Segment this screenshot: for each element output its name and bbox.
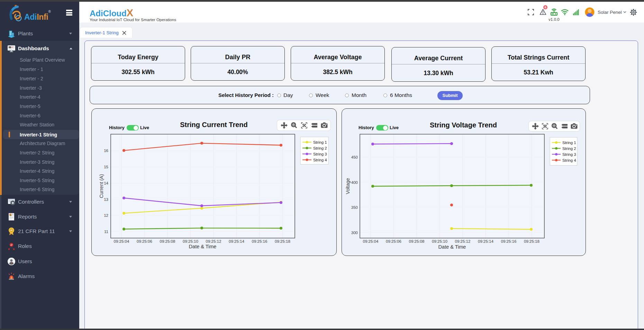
svg-text:Date & Time: Date & Time	[189, 244, 217, 249]
svg-text:09:25:08: 09:25:08	[160, 239, 175, 243]
svg-text:450: 450	[351, 155, 358, 159]
svg-text:09:25:18: 09:25:18	[275, 239, 290, 243]
svg-text:09:25:06: 09:25:06	[386, 239, 401, 243]
svg-text:String 3: String 3	[562, 152, 576, 157]
svg-text:09:25:14: 09:25:14	[478, 239, 493, 243]
svg-text:09:25:04: 09:25:04	[114, 239, 129, 243]
svg-text:Voltage: Voltage	[345, 178, 351, 194]
svg-text:String 1: String 1	[313, 140, 327, 144]
svg-text:16: 16	[104, 149, 108, 153]
svg-text:13: 13	[104, 197, 108, 202]
svg-text:09:25:16: 09:25:16	[252, 239, 267, 243]
svg-text:15: 15	[104, 165, 108, 169]
svg-text:09:25:12: 09:25:12	[455, 239, 471, 243]
svg-text:300: 300	[351, 231, 358, 235]
svg-text:09:25:10: 09:25:10	[432, 239, 447, 243]
svg-text:String 3: String 3	[313, 152, 327, 156]
svg-text:String 4: String 4	[562, 158, 576, 162]
svg-text:350: 350	[351, 205, 358, 209]
svg-text:09:25:18: 09:25:18	[524, 239, 539, 243]
svg-text:09:25:14: 09:25:14	[229, 239, 244, 243]
svg-text:14: 14	[104, 181, 108, 185]
svg-text:09:25:16: 09:25:16	[501, 239, 517, 243]
svg-text:09:25:06: 09:25:06	[137, 239, 152, 243]
svg-text:String 4: String 4	[313, 158, 327, 162]
svg-text:Date & Time: Date & Time	[438, 244, 466, 250]
svg-text:String 1: String 1	[562, 141, 576, 145]
svg-text:Current (A): Current (A)	[99, 174, 104, 198]
svg-text:String 2: String 2	[313, 146, 327, 150]
svg-text:09:25:04: 09:25:04	[363, 239, 379, 243]
svg-text:String 2: String 2	[562, 146, 576, 151]
svg-text:09:25:10: 09:25:10	[183, 239, 198, 243]
svg-text:400: 400	[351, 180, 358, 185]
svg-text:11: 11	[104, 230, 108, 234]
svg-text:09:25:12: 09:25:12	[206, 239, 221, 243]
svg-text:09:25:08: 09:25:08	[409, 239, 425, 243]
svg-text:12: 12	[104, 213, 108, 217]
